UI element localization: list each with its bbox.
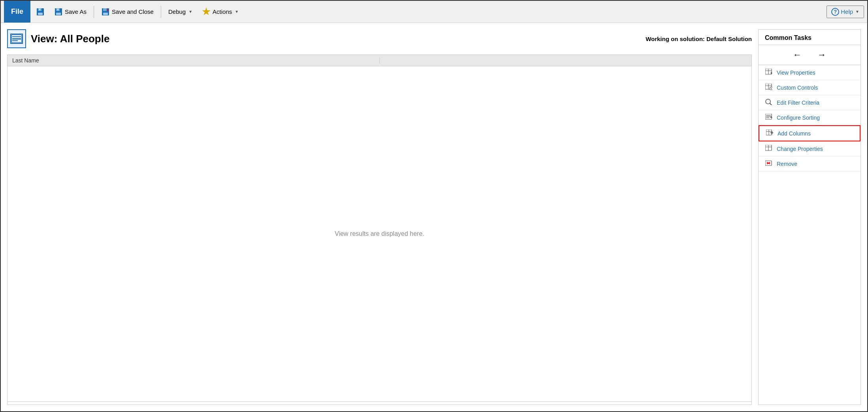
change-properties-icon (765, 145, 773, 152)
svg-line-26 (770, 103, 772, 105)
change-properties-label: Change Properties (777, 146, 823, 152)
view-header: View: All People Working on solution: De… (7, 29, 752, 48)
nav-right-button[interactable]: → (817, 50, 826, 60)
svg-text:X: X (107, 8, 109, 12)
save-close-label: Save and Close (112, 8, 154, 15)
sidebar-item-remove[interactable]: Remove (759, 156, 860, 171)
solution-info: Working on solution: Default Solution (646, 36, 752, 42)
add-columns-icon (766, 130, 774, 137)
help-button[interactable]: ? Help ▼ (827, 6, 864, 18)
separator-2 (161, 6, 161, 18)
actions-label: Actions (213, 8, 232, 15)
empty-results-message: View results are displayed here. (335, 230, 424, 237)
save-close-icon: X (101, 8, 110, 16)
svg-rect-10 (103, 13, 108, 15)
view-icon (7, 29, 26, 48)
add-columns-label: Add Columns (778, 130, 811, 137)
column-last-name: Last Name (12, 57, 380, 64)
svg-rect-15 (12, 40, 18, 41)
save-as-label: Save As (65, 8, 87, 15)
edit-filter-icon (765, 99, 773, 106)
svg-rect-7 (57, 9, 58, 10)
table-container: Last Name View results are displayed her… (7, 55, 752, 405)
view-icon-svg (11, 34, 22, 43)
help-dropdown-arrow: ▼ (855, 9, 859, 14)
edit-filter-label: Edit Filter Criteria (777, 100, 819, 106)
sidebar-item-change-properties[interactable]: Change Properties (759, 141, 860, 156)
column-2 (380, 57, 747, 64)
remove-icon (765, 160, 773, 167)
file-button[interactable]: File (4, 1, 30, 23)
actions-button[interactable]: Actions ▼ (198, 1, 243, 23)
save-button[interactable] (32, 1, 49, 23)
save-icon (36, 8, 45, 16)
svg-rect-3 (39, 9, 40, 10)
page-title: View: All People (31, 33, 109, 45)
sidebar-item-edit-filter[interactable]: Edit Filter Criteria (759, 95, 860, 110)
svg-rect-13 (12, 36, 21, 37)
svg-point-25 (766, 99, 770, 104)
view-properties-label: View Properties (777, 70, 815, 76)
file-label: File (11, 8, 23, 16)
debug-label: Debug (168, 8, 186, 15)
table-footer (8, 401, 751, 404)
custom-controls-icon (765, 84, 773, 91)
view-title-area: View: All People (7, 29, 109, 48)
configure-sorting-icon (765, 114, 773, 121)
table-body: View results are displayed here. (8, 66, 751, 401)
view-icon-inner (10, 34, 23, 44)
toolbar-right: ? Help ▼ (827, 6, 864, 18)
view-properties-icon (765, 69, 773, 76)
sidebar-item-view-properties[interactable]: View Properties (759, 65, 860, 80)
separator-1 (94, 6, 94, 18)
svg-rect-14 (12, 38, 21, 39)
help-label: Help (841, 8, 853, 15)
nav-left-button[interactable]: ← (793, 50, 802, 60)
sidebar-item-add-columns[interactable]: Add Columns (759, 125, 860, 141)
save-close-button[interactable]: X Save and Close (97, 1, 158, 23)
main-panel: View: All People Working on solution: De… (7, 29, 752, 405)
custom-controls-label: Custom Controls (777, 85, 818, 91)
debug-dropdown-arrow: ▼ (188, 9, 192, 14)
debug-button[interactable]: Debug ▼ (164, 1, 196, 23)
save-as-icon (54, 8, 63, 16)
svg-rect-6 (56, 13, 61, 15)
svg-rect-2 (38, 13, 43, 15)
actions-star-icon (202, 8, 211, 16)
content-area: View: All People Working on solution: De… (1, 23, 867, 411)
common-tasks-panel: Common Tasks ← → View Properties (758, 29, 861, 405)
sidebar-title: Common Tasks (759, 30, 860, 45)
configure-sorting-label: Configure Sorting (777, 115, 820, 121)
save-as-button[interactable]: Save As (50, 1, 90, 23)
table-header: Last Name (8, 55, 751, 66)
remove-label: Remove (777, 161, 797, 167)
actions-dropdown-arrow: ▼ (235, 9, 239, 14)
svg-rect-9 (103, 8, 107, 11)
nav-arrows-area: ← → (759, 45, 860, 65)
help-circle-icon: ? (831, 8, 839, 16)
toolbar: File Save As X Save and Close (1, 1, 867, 23)
svg-rect-12 (11, 35, 22, 43)
sidebar-item-custom-controls[interactable]: Custom Controls (759, 80, 860, 95)
sidebar-item-configure-sorting[interactable]: Configure Sorting (759, 110, 860, 125)
